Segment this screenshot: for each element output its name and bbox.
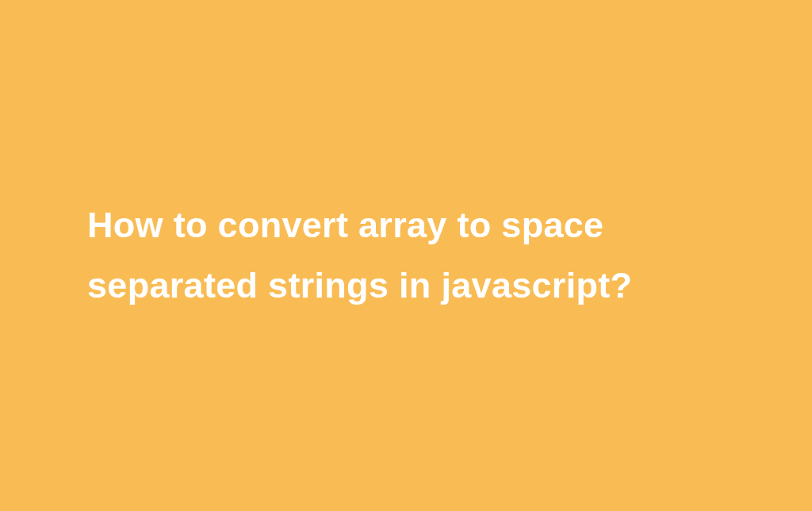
page-heading: How to convert array to space separated … [87, 195, 725, 317]
content-container: How to convert array to space separated … [0, 195, 812, 317]
